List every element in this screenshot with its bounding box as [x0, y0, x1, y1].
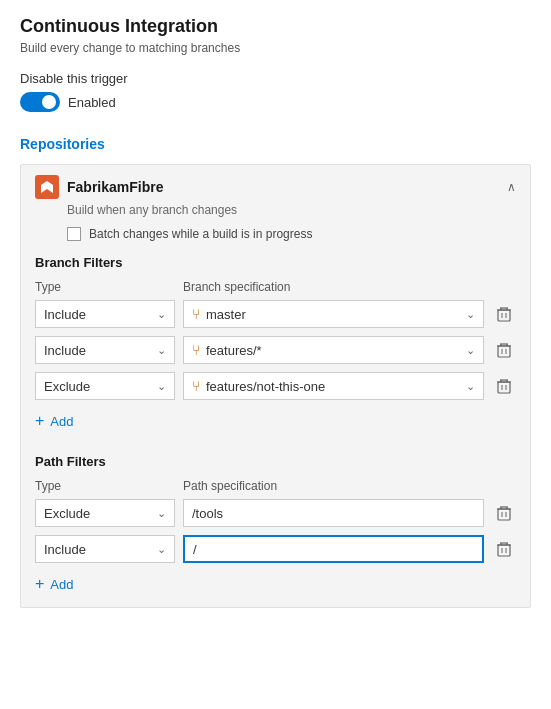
path-delete-btn-0[interactable]	[492, 501, 516, 525]
enabled-toggle[interactable]	[20, 92, 60, 112]
branch-delete-btn-2[interactable]	[492, 374, 516, 398]
branch-icon-0: ⑂	[192, 306, 200, 322]
path-delete-icon-0	[497, 505, 511, 521]
svg-rect-29	[498, 545, 510, 556]
path-filter-row-1: Include ⌄	[35, 535, 516, 563]
branch-type-select-2[interactable]: Exclude ⌄	[35, 372, 175, 400]
repo-icon	[35, 175, 59, 199]
branch-spec-value-2: features/not-this-one	[206, 379, 325, 394]
branch-icon-1: ⑂	[192, 342, 200, 358]
repo-subtitle: Build when any branch changes	[67, 203, 516, 217]
branch-type-chevron-2: ⌄	[157, 380, 166, 393]
disable-trigger-label: Disable this trigger	[20, 71, 531, 86]
batch-label: Batch changes while a build is in progre…	[89, 227, 312, 241]
path-filter-headers: Type Path specification	[35, 479, 516, 493]
branch-type-select-0[interactable]: Include ⌄	[35, 300, 175, 328]
branch-delete-btn-0[interactable]	[492, 302, 516, 326]
path-delete-btn-1[interactable]	[492, 537, 516, 561]
branch-spec-chevron-1: ⌄	[466, 344, 475, 357]
branch-spec-box-2[interactable]: ⑂ features/not-this-one ⌄	[183, 372, 484, 400]
branch-spec-box-0[interactable]: ⑂ master ⌄	[183, 300, 484, 328]
batch-checkbox[interactable]	[67, 227, 81, 241]
branch-spec-chevron-2: ⌄	[466, 380, 475, 393]
branch-filter-row-2: Exclude ⌄ ⑂ features/not-this-one ⌄	[35, 372, 516, 400]
branch-delete-btn-1[interactable]	[492, 338, 516, 362]
delete-icon-2	[497, 378, 511, 394]
path-type-select-0[interactable]: Exclude ⌄	[35, 499, 175, 527]
branch-filters-title: Branch Filters	[35, 255, 516, 270]
branch-spec-value-1: features/*	[206, 343, 262, 358]
branch-spec-box-1[interactable]: ⑂ features/* ⌄	[183, 336, 484, 364]
branch-filters-section: Branch Filters Type Branch specification…	[35, 255, 516, 434]
svg-marker-0	[41, 181, 53, 193]
delete-icon-0	[497, 306, 511, 322]
page-subtitle: Build every change to matching branches	[20, 41, 531, 55]
repo-name: FabrikamFibre	[67, 179, 499, 195]
repo-card: FabrikamFibre ∧ Build when any branch ch…	[20, 164, 531, 608]
branch-type-value-0: Include	[44, 307, 86, 322]
path-type-chevron-1: ⌄	[157, 543, 166, 556]
path-filters-section: Path Filters Type Path specification Exc…	[35, 454, 516, 597]
page-title: Continuous Integration	[20, 16, 531, 37]
branch-type-select-1[interactable]: Include ⌄	[35, 336, 175, 364]
svg-rect-8	[498, 346, 510, 357]
path-type-value-0: Exclude	[44, 506, 90, 521]
path-type-chevron-0: ⌄	[157, 507, 166, 520]
path-filters-title: Path Filters	[35, 454, 516, 469]
path-add-plus-icon: +	[35, 575, 44, 593]
svg-rect-15	[498, 382, 510, 393]
path-type-select-1[interactable]: Include ⌄	[35, 535, 175, 563]
delete-icon-1	[497, 342, 511, 358]
branch-add-btn[interactable]: + Add	[35, 408, 516, 434]
toggle-thumb	[42, 95, 56, 109]
repo-logo-icon	[39, 179, 55, 195]
toggle-row: Enabled	[20, 92, 531, 112]
branch-type-header: Type	[35, 280, 175, 294]
page-container: Continuous Integration Build every chang…	[0, 0, 551, 640]
branch-type-chevron-1: ⌄	[157, 344, 166, 357]
path-add-label: Add	[50, 577, 73, 592]
batch-checkbox-row: Batch changes while a build is in progre…	[67, 227, 516, 241]
branch-spec-chevron-0: ⌄	[466, 308, 475, 321]
path-type-header: Type	[35, 479, 175, 493]
branch-filter-row-1: Include ⌄ ⑂ features/* ⌄	[35, 336, 516, 364]
branch-type-value-2: Exclude	[44, 379, 90, 394]
branch-type-value-1: Include	[44, 343, 86, 358]
path-type-value-1: Include	[44, 542, 86, 557]
path-add-btn[interactable]: + Add	[35, 571, 516, 597]
branch-type-chevron-0: ⌄	[157, 308, 166, 321]
path-spec-input-1[interactable]	[183, 535, 484, 563]
branch-spec-header: Branch specification	[183, 280, 516, 294]
path-delete-icon-1	[497, 541, 511, 557]
svg-rect-1	[498, 310, 510, 321]
repo-collapse-icon[interactable]: ∧	[507, 180, 516, 194]
branch-filter-headers: Type Branch specification	[35, 280, 516, 294]
repo-header: FabrikamFibre ∧	[35, 175, 516, 199]
branch-add-label: Add	[50, 414, 73, 429]
branch-add-plus-icon: +	[35, 412, 44, 430]
branch-icon-2: ⑂	[192, 378, 200, 394]
path-filter-row-0: Exclude ⌄ /tools	[35, 499, 516, 527]
branch-filter-row-0: Include ⌄ ⑂ master ⌄	[35, 300, 516, 328]
path-spec-header: Path specification	[183, 479, 516, 493]
branch-spec-value-0: master	[206, 307, 246, 322]
path-spec-text-0: /tools	[183, 499, 484, 527]
svg-rect-22	[498, 509, 510, 520]
repositories-section-title: Repositories	[20, 136, 531, 152]
toggle-track	[20, 92, 60, 112]
toggle-text: Enabled	[68, 95, 116, 110]
